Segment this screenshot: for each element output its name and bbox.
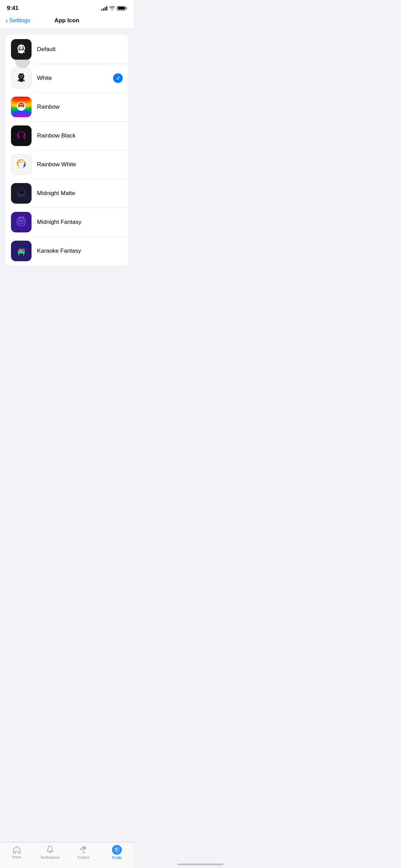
back-button[interactable]: ‹ Settings [5, 17, 30, 24]
item-label-rainbow-black: Rainbow Black [37, 132, 123, 139]
item-label-white: White [37, 75, 108, 82]
item-label-rainbow: Rainbow [37, 104, 123, 110]
svg-point-37 [19, 165, 24, 168]
svg-point-41 [20, 191, 21, 192]
svg-point-18 [22, 104, 23, 105]
back-label: Settings [9, 17, 30, 24]
svg-point-13 [19, 79, 24, 82]
svg-rect-54 [18, 251, 25, 254]
svg-rect-55 [19, 254, 19, 256]
item-label-midnight-fantasy: Midnight Fantasy [37, 219, 123, 226]
item-label-default: Default [37, 46, 123, 53]
page-title: App Icon [54, 17, 80, 24]
list-item[interactable]: Rainbow Black [5, 121, 128, 150]
app-icon-rainbow-black [11, 125, 32, 146]
svg-rect-56 [23, 254, 24, 256]
app-icon-rainbow-white [11, 154, 32, 175]
svg-rect-58 [20, 249, 21, 251]
svg-point-4 [22, 47, 23, 48]
nav-header: ‹ Settings App Icon [0, 14, 134, 28]
signal-icon [101, 6, 107, 11]
battery-icon [117, 6, 127, 11]
app-icon-white [11, 68, 32, 88]
svg-point-45 [19, 194, 24, 197]
wifi-icon [109, 6, 115, 10]
list-item[interactable]: Rainbow White [5, 150, 128, 179]
svg-rect-59 [21, 249, 22, 251]
list-item[interactable]: White [5, 64, 128, 93]
app-icon-rainbow [11, 97, 32, 117]
svg-point-25 [20, 133, 21, 134]
back-chevron-icon: ‹ [5, 17, 8, 24]
icon-list: Default White [5, 35, 128, 265]
svg-point-29 [19, 136, 24, 140]
app-icon-karaoke [11, 241, 32, 261]
list-item[interactable]: Midnight Fantasy [5, 208, 128, 237]
app-icon-midnight-fantasy [11, 212, 32, 232]
svg-rect-61 [24, 249, 25, 251]
svg-point-34 [22, 162, 23, 163]
status-bar: 9:41 [0, 0, 134, 14]
svg-point-33 [20, 162, 21, 163]
svg-point-17 [20, 104, 21, 105]
svg-point-26 [22, 133, 23, 134]
item-label-midnight-matte: Midnight Matte [37, 190, 123, 197]
list-item[interactable]: Rainbow [5, 93, 128, 121]
list-item[interactable]: Default [5, 35, 128, 64]
list-item-partial[interactable]: Karaoke Fantasy [5, 237, 128, 265]
status-icons [101, 6, 127, 11]
status-time: 9:41 [7, 5, 19, 12]
svg-point-3 [20, 47, 21, 48]
item-label-karaoke-fantasy: Karaoke Fantasy [37, 248, 123, 254]
list-item[interactable]: Midnight Matte [5, 179, 128, 208]
svg-rect-60 [22, 248, 23, 251]
svg-point-49 [20, 219, 21, 220]
svg-point-42 [22, 191, 23, 192]
selected-checkmark [113, 73, 123, 83]
svg-point-50 [22, 219, 23, 220]
app-icon-default [11, 39, 32, 60]
svg-point-7 [19, 50, 24, 53]
content-area: Default White [0, 28, 134, 306]
app-icon-midnight-matte [11, 183, 32, 204]
svg-rect-57 [18, 250, 19, 251]
svg-point-9 [20, 75, 21, 76]
svg-point-10 [22, 75, 23, 76]
item-label-rainbow-white: Rainbow White [37, 161, 123, 168]
svg-point-21 [19, 107, 24, 111]
